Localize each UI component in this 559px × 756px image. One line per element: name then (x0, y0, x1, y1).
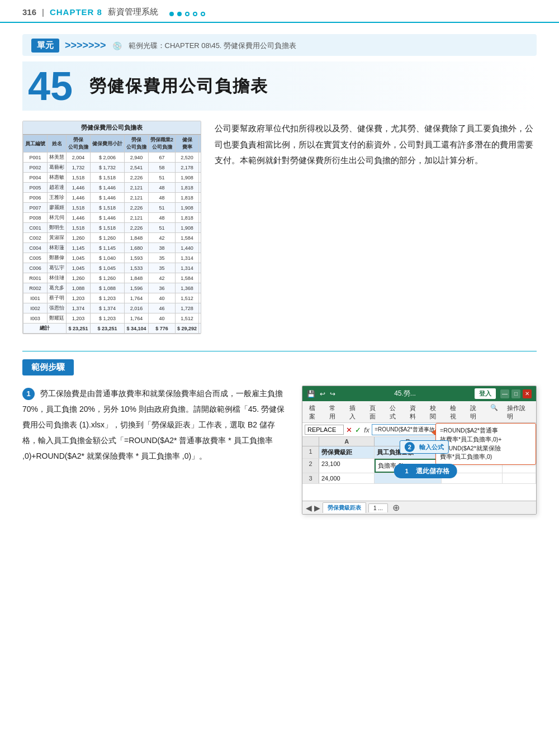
content-section: 勞健保費用公司負擔表 員工編號 姓名 勞保公司負擔 健保費用小計 勞保公司負擔 … (22, 121, 537, 334)
step-text-1: 勞工保險費是由普通事故費率和就業保險費率組合而成，一般雇主負擔 70%，員工負擔… (22, 389, 285, 460)
excel-name-box[interactable] (305, 425, 344, 435)
menu-help[interactable]: 說明 (466, 402, 486, 422)
dot-1 (169, 12, 174, 16)
table-row: C002黃淑琛1,260$ 1,2601,848421,584$ 3,474 (23, 233, 202, 243)
divider-line (22, 351, 537, 351)
grid-padding (302, 484, 536, 501)
ss-col-1: 員工編號 (23, 135, 48, 153)
sheet-nav-left[interactable]: ◀ (306, 503, 312, 512)
menu-file[interactable]: 檔案 (305, 402, 325, 422)
ss-col-8: 公保費用小計 (199, 135, 201, 153)
sheet-nav-right[interactable]: ▶ (314, 503, 320, 512)
input-formula-text: 輸入公式 (419, 443, 444, 451)
excel-undo-icon[interactable]: ↩ (320, 390, 325, 398)
table-row: P007廖麗姬1,518$ 1,5182,226511,908$ 4,185 (23, 203, 202, 213)
cell-d3[interactable] (503, 473, 536, 483)
excel-login-button[interactable]: 登入 (475, 388, 496, 399)
row-num-2: 2 (302, 459, 319, 473)
table-row: P006王雅珍1,446$ 1,4462,121481,818$ 3,987 (23, 193, 202, 203)
select-cell-badge: 1 選此儲存格 (394, 464, 457, 478)
chapter-number-big: 45 (22, 66, 78, 106)
excel-formula-area: ✕ ✓ fx =ROUND($A2*普通事故費率*員工負擔率,0)+ROUND(… (302, 423, 536, 437)
sheet-tab-labor[interactable]: 勞保費級距表 (323, 502, 366, 513)
menu-operation[interactable]: 操作說明 (503, 402, 534, 422)
excel-container: 💾 ↩ ↪ 45.勞... 登入 — □ ✕ 檔案 常用 插入 (302, 386, 537, 515)
ss-title: 勞健保費用公司負擔表 (23, 121, 201, 135)
header-chapter: CHAPTER 8 (50, 7, 102, 17)
dot-3 (185, 12, 190, 16)
table-row: P008林元伺1,446$ 1,4462,121481,818$ 3,987 (23, 213, 202, 223)
dot-4 (193, 12, 197, 16)
select-cell-number: 1 (402, 466, 412, 476)
ss-col-5: 勞保公司負擔 (125, 135, 149, 153)
excel-redo-icon[interactable]: ↪ (330, 390, 335, 398)
minimize-button[interactable]: — (500, 389, 509, 398)
excel-sheet-tabs: ◀ ▶ 勞保費級距表 1 ... ⊕ (302, 501, 536, 514)
page-number: 316 (22, 7, 36, 17)
excel-titlebar: 💾 ↩ ↪ 45.勞... 登入 — □ ✕ (302, 386, 536, 401)
menu-home[interactable]: 常用 (325, 402, 345, 422)
spreadsheet-preview: 勞健保費用公司負擔表 員工編號 姓名 勞保公司負擔 健保費用小計 勞保公司負擔 … (22, 121, 201, 334)
formula-confirm-icon[interactable]: ✓ (355, 426, 361, 434)
cd-icon: 💿 (112, 40, 123, 51)
select-cell-text: 選此儲存格 (416, 467, 449, 475)
step-row-1: 1 勞工保險費是由普通事故費率和就業保險費率組合而成，一般雇主負擔 70%，員工… (22, 386, 537, 515)
header-pipe: | (42, 7, 44, 17)
step-number-1: 1 (22, 388, 35, 400)
table-row: C001鄭明生1,518$ 1,5182,226511,908$ 4,185 (23, 223, 202, 233)
menu-review[interactable]: 校閱 (425, 402, 446, 422)
ss-col-7: 健保費率 (176, 135, 199, 153)
table-row: C004林彩蓮1,145$ 1,1451,680381,440$ 3,158 (23, 243, 202, 253)
table-row: C006葛弘宇1,045$ 1,0451,533351,314$ 2,882 (23, 263, 202, 273)
table-row: R002葛允多1,088$ 1,0881,596361,368$ 3,000 (23, 283, 202, 293)
menu-search-icon[interactable]: 🔍 (486, 402, 503, 422)
header-dots (169, 12, 205, 16)
unit-label: 單元 (31, 39, 59, 53)
ss-col-3: 勞保公司負擔 (67, 135, 91, 153)
table-row: I002張恩怡1,374$ 1,3742,016461,728$ 3,790 (23, 303, 202, 313)
main-content: 單元 >>>>>>> 💿 範例光碟：CHAPTER 08\45. 勞健保費用公司… (0, 23, 559, 531)
page-header: 316 | CHAPTER 8 薪資管理系統 (0, 0, 559, 23)
excel-menu: 檔案 常用 插入 頁面 公式 資料 校閱 檢視 說明 🔍 操作說明 (302, 401, 536, 422)
cell-a3[interactable]: 24,000 (319, 473, 375, 483)
close-button[interactable]: ✕ (523, 389, 532, 398)
restore-button[interactable]: □ (511, 389, 520, 398)
menu-page[interactable]: 頁面 (365, 402, 385, 422)
cell-a1[interactable]: 勞保費級距 (319, 446, 375, 458)
header-title-text: 薪資管理系統 (108, 7, 158, 17)
col-header-a[interactable]: A (319, 437, 375, 446)
table-row: P002葛藝彬1,732$ 1,7322,541582,178$ 4,777 (23, 163, 202, 173)
sheet-add-icon[interactable]: ⊕ (392, 502, 400, 513)
formula-callout: =ROUND($A2*普通事故費率*員工負擔率,0)+ROUND($A2*就業保… (435, 423, 536, 465)
excel-window-controls: — □ ✕ (500, 389, 532, 398)
table-row: I003鄭耀廷1,203$ 1,2031,764401,512$ 3,316 (23, 313, 202, 324)
cell-a2[interactable]: 23,100 (319, 459, 375, 473)
table-row: C005鄭勝偉1,045$ 1,0401,593351,314$ 2,882 (23, 253, 202, 263)
input-formula-badge: 2 輸入公式 (400, 440, 449, 454)
table-row: P004林惠敏1,518$ 1,5182,226511,908$ 4,185 (23, 173, 202, 183)
steps-header: 範例步驟 (22, 359, 74, 375)
sheet-tab-1[interactable]: 1 ... (368, 503, 388, 512)
menu-view[interactable]: 檢視 (446, 402, 466, 422)
ss-col-2: 姓名 (48, 135, 67, 153)
dot-5 (201, 12, 205, 16)
row-num-1: 1 (302, 446, 319, 458)
excel-formula-icons: ✕ ✓ fx (346, 426, 369, 434)
excel-filename: 45.勞... (394, 389, 416, 397)
table-row: P001林美慧2,004$ 2,0062,940672,520$ 5,527 (23, 153, 202, 163)
unit-box: 單元 >>>>>>> 💿 範例光碟：CHAPTER 08\45. 勞健保費用公司… (22, 34, 537, 56)
excel-save-icon[interactable]: 💾 (307, 390, 315, 398)
formula-cancel-icon[interactable]: ✕ (346, 426, 352, 434)
menu-insert[interactable]: 插入 (345, 402, 365, 422)
menu-formula[interactable]: 公式 (385, 402, 405, 422)
ss-table: 員工編號 姓名 勞保公司負擔 健保費用小計 勞保公司負擔 勞保職業2公司負擔 健… (23, 135, 201, 334)
input-formula-number: 2 (405, 442, 415, 452)
chapter-title-text: 勞健保費用公司負擔表 (89, 75, 268, 98)
unit-path: 範例光碟：CHAPTER 08\45. 勞健保費用公司負擔表 (129, 41, 297, 51)
table-row: P005趙若達1,446$ 1,4462,121481,818$ 3,987 (23, 183, 202, 193)
row-header-space (302, 437, 319, 446)
excel-ribbon: 檔案 常用 插入 頁面 公式 資料 校閱 檢視 說明 🔍 操作說明 (302, 401, 536, 423)
formula-fx-icon[interactable]: fx (364, 426, 369, 434)
menu-data[interactable]: 資料 (405, 402, 425, 422)
table-row: I001蔡子明1,203$ 1,2031,764401,512$ 3,116 (23, 293, 202, 303)
